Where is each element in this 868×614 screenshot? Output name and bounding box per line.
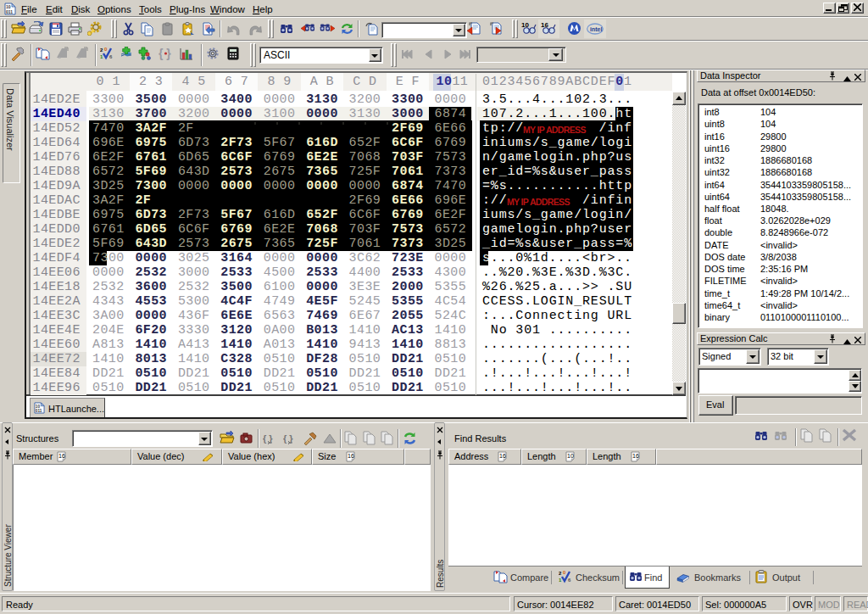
svg-text:1: 1 [559, 578, 562, 583]
svg-text:16: 16 [348, 453, 354, 459]
svg-text:6: 6 [109, 54, 113, 59]
svg-text:0: 0 [563, 570, 566, 575]
svg-text:16: 16 [632, 453, 639, 459]
svg-text:011: 011 [36, 409, 42, 413]
svg-text:16: 16 [58, 453, 65, 459]
svg-text:{ }: { } [263, 433, 273, 444]
svg-text:{ }: { } [283, 433, 293, 444]
svg-text:2: 2 [100, 47, 103, 53]
svg-text:16: 16 [499, 453, 506, 459]
svg-text:10: 10 [567, 453, 574, 459]
svg-text:10: 10 [36, 405, 41, 409]
svg-text:1: 1 [100, 54, 103, 59]
svg-text:intel: intel [590, 26, 602, 32]
svg-text:0: 0 [104, 47, 108, 52]
svg-text:2: 2 [559, 571, 562, 576]
svg-text:6: 6 [568, 578, 571, 583]
svg-text:011: 011 [6, 9, 13, 14]
